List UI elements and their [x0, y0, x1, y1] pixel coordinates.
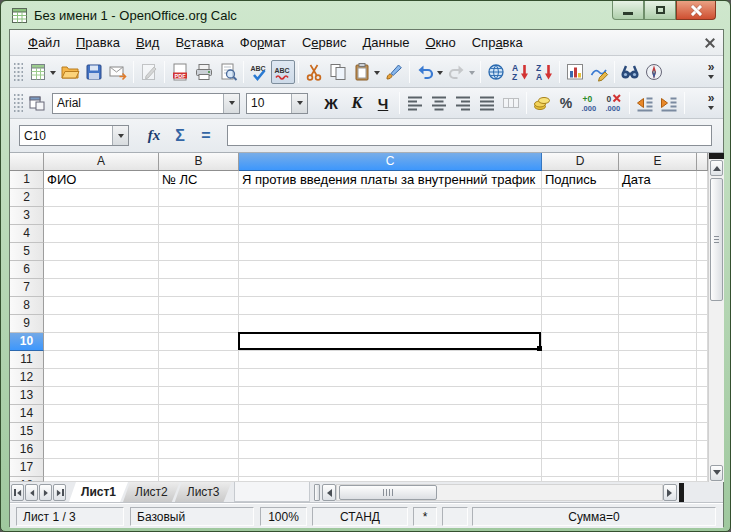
row-header-5[interactable]: 5	[10, 243, 44, 261]
cell-A2[interactable]	[44, 189, 159, 207]
copy-button[interactable]	[326, 60, 350, 84]
cell-B17[interactable]	[159, 459, 239, 477]
italic-button[interactable]: К	[344, 91, 370, 115]
cell-partial-9[interactable]	[697, 315, 708, 333]
column-header-e[interactable]: E	[619, 153, 697, 171]
scroll-up-button[interactable]	[710, 160, 723, 176]
last-sheet-button[interactable]	[53, 484, 66, 501]
cut-button[interactable]	[302, 60, 326, 84]
find-button[interactable]	[618, 60, 642, 84]
sort-ascending-button[interactable]: AZ	[508, 60, 532, 84]
font-size-combobox[interactable]: 10	[246, 93, 308, 114]
cell-B8[interactable]	[159, 297, 239, 315]
status-selection-mode[interactable]	[442, 507, 468, 526]
cell-C3[interactable]	[239, 207, 542, 225]
styles-window-button[interactable]	[26, 91, 48, 115]
cell-E8[interactable]	[619, 297, 697, 315]
cell-A10[interactable]	[44, 333, 159, 351]
status-modified-flag[interactable]: *	[413, 507, 437, 526]
cell-partial-1[interactable]	[697, 171, 708, 189]
bold-button[interactable]: Ж	[318, 91, 344, 115]
cell-A16[interactable]	[44, 441, 159, 459]
toolbar-overflow-button[interactable]: »	[703, 62, 719, 82]
cell-E6[interactable]	[619, 261, 697, 279]
sheet-tab-лист3[interactable]: Лист3	[175, 482, 232, 502]
cell-E2[interactable]	[619, 189, 697, 207]
cell-B6[interactable]	[159, 261, 239, 279]
cell-D11[interactable]	[542, 351, 619, 369]
tab-splitter[interactable]	[314, 484, 320, 501]
formula-input-line[interactable]	[227, 125, 712, 146]
redo-button[interactable]	[445, 60, 469, 84]
scroll-down-button[interactable]	[710, 465, 723, 481]
row-header-1[interactable]: 1	[10, 171, 44, 189]
cell-partial-14[interactable]	[697, 405, 708, 423]
cell-D5[interactable]	[542, 243, 619, 261]
row-header-8[interactable]: 8	[10, 297, 44, 315]
cell-D4[interactable]	[542, 225, 619, 243]
row-header-12[interactable]: 12	[10, 369, 44, 387]
cell-A18[interactable]	[44, 477, 159, 482]
cell-D13[interactable]	[542, 387, 619, 405]
align-justify-button[interactable]	[475, 91, 499, 115]
menu-item-справка[interactable]: Справка	[464, 32, 531, 53]
cell-partial-5[interactable]	[697, 243, 708, 261]
cell-A9[interactable]	[44, 315, 159, 333]
column-header-c[interactable]: C	[239, 153, 542, 171]
sheet-tab-лист1[interactable]: Лист1	[69, 482, 128, 502]
cell-B18[interactable]	[159, 477, 239, 482]
align-right-button[interactable]	[451, 91, 475, 115]
navigator-button[interactable]	[642, 60, 666, 84]
cell-D16[interactable]	[542, 441, 619, 459]
vertical-scrollbar[interactable]	[708, 153, 724, 482]
align-left-button[interactable]	[403, 91, 427, 115]
undo-button[interactable]	[413, 60, 437, 84]
cell-A7[interactable]	[44, 279, 159, 297]
cell-C12[interactable]	[239, 369, 542, 387]
cell-partial-7[interactable]	[697, 279, 708, 297]
sum-button[interactable]: Σ	[167, 124, 193, 148]
cell-E14[interactable]	[619, 405, 697, 423]
cell-B7[interactable]	[159, 279, 239, 297]
minimize-button[interactable]	[612, 1, 644, 20]
delete-decimal-button[interactable]: 0.000	[602, 91, 626, 115]
edit-file-button[interactable]	[137, 60, 161, 84]
cell-C4[interactable]	[239, 225, 542, 243]
cell-D6[interactable]	[542, 261, 619, 279]
print-button[interactable]	[192, 60, 216, 84]
undo-dropdown-caret-icon[interactable]	[437, 71, 443, 78]
autospellcheck-button[interactable]: ABC	[271, 60, 295, 84]
cell-B15[interactable]	[159, 423, 239, 441]
cell-D9[interactable]	[542, 315, 619, 333]
cell-E3[interactable]	[619, 207, 697, 225]
scroll-left-button[interactable]	[322, 484, 336, 501]
cell-B9[interactable]	[159, 315, 239, 333]
cell-E7[interactable]	[619, 279, 697, 297]
cell-B11[interactable]	[159, 351, 239, 369]
vertical-scroll-thumb[interactable]	[710, 178, 723, 301]
cell-C16[interactable]	[239, 441, 542, 459]
cell-C14[interactable]	[239, 405, 542, 423]
cell-E17[interactable]	[619, 459, 697, 477]
menu-item-окно[interactable]: Окно	[417, 32, 463, 53]
column-header-a[interactable]: A	[44, 153, 159, 171]
menu-item-вид[interactable]: Вид	[128, 32, 168, 53]
cell-A8[interactable]	[44, 297, 159, 315]
cell-D14[interactable]	[542, 405, 619, 423]
cell-B2[interactable]	[159, 189, 239, 207]
column-header-d[interactable]: D	[542, 153, 619, 171]
status-sum[interactable]: Сумма=0	[472, 507, 716, 526]
cell-C10[interactable]	[239, 333, 542, 351]
cell-D3[interactable]	[542, 207, 619, 225]
status-sheet-number[interactable]: Лист 1 / 3	[16, 507, 124, 526]
maximize-button[interactable]	[644, 1, 676, 20]
font-size-dropdown-button[interactable]	[291, 94, 307, 113]
open-button[interactable]	[58, 60, 82, 84]
cell-D8[interactable]	[542, 297, 619, 315]
cell-C8[interactable]	[239, 297, 542, 315]
row-header-16[interactable]: 16	[10, 441, 44, 459]
spellcheck-button[interactable]: ABC	[247, 60, 271, 84]
increase-indent-button[interactable]	[657, 91, 681, 115]
email-button[interactable]	[106, 60, 130, 84]
cell-D15[interactable]	[542, 423, 619, 441]
